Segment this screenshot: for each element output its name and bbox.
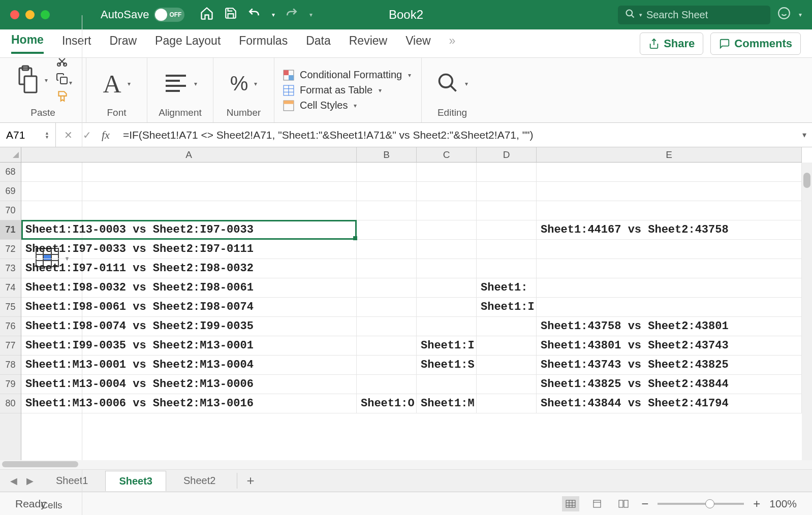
cell-D80[interactable] [477,394,537,413]
row-header-78[interactable]: 78 [0,356,21,375]
cell-B74[interactable] [357,278,417,297]
cell-B71[interactable] [357,220,417,239]
zoom-in-button[interactable]: + [753,497,760,511]
cell-A73[interactable]: Sheet1:I97-0111 vs Sheet2:I98-0032 [21,259,357,278]
cell-D71[interactable] [477,220,537,239]
cell-A72[interactable]: Sheet1:I97-0033 vs Sheet2:I97-0111 [21,240,357,259]
redo-dropdown-icon[interactable]: ▾ [309,11,313,18]
cell-C77[interactable]: Sheet1:I [417,336,477,355]
close-window-button[interactable] [10,10,19,19]
cell-B78[interactable] [357,356,417,374]
row-header-80[interactable]: 80 [0,394,21,413]
cell-A68[interactable] [21,163,357,181]
row-header-79[interactable]: 79 [0,375,21,394]
tab-data[interactable]: Data [306,34,331,53]
percent-icon[interactable]: % [230,72,248,95]
cell-D72[interactable] [477,240,537,259]
cell-C78[interactable]: Sheet1:S [417,356,477,374]
number-dropdown-icon[interactable]: ▾ [254,80,257,87]
cell-A78[interactable]: Sheet1:M13-0001 vs Sheet2:M13-0004 [21,356,357,374]
normal-view-button[interactable] [562,496,579,511]
cell-E71[interactable]: Sheet1:44167 vs Sheet2:43758 [537,220,802,239]
sheet-tab-sheet3[interactable]: Sheet3 [105,471,166,491]
cell-A76[interactable]: Sheet1:I98-0074 vs Sheet2:I99-0035 [21,317,357,336]
cell-B77[interactable] [357,336,417,355]
cell-C80[interactable]: Sheet1:M [417,394,477,413]
save-icon[interactable] [224,7,237,23]
accept-formula-icon[interactable]: ✓ [83,129,91,141]
cell-D75[interactable]: Sheet1:I [477,298,537,316]
font-icon[interactable]: A [103,69,121,99]
cell-E76[interactable]: Sheet1:43758 vs Sheet2:43801 [537,317,802,336]
cell-B70[interactable] [357,201,417,220]
cell-D79[interactable] [477,375,537,394]
cell-E69[interactable] [537,182,802,201]
col-header-D[interactable]: D [477,147,537,162]
zoom-level[interactable]: 100% [769,498,797,510]
row-header-76[interactable]: 76 [0,317,21,336]
sheet-tab-sheet2[interactable]: Sheet2 [170,471,229,491]
cell-B80[interactable]: Sheet1:O [357,394,417,413]
cell-A70[interactable] [21,201,357,220]
row-header-71[interactable]: 71 [0,220,21,240]
alignment-dropdown-icon[interactable]: ▾ [194,80,197,87]
cell-B68[interactable] [357,163,417,181]
cell-D78[interactable] [477,356,537,374]
row-header-70[interactable]: 70 [0,201,21,220]
cell-styles-button[interactable]: Cell Styles ▾ [283,100,413,112]
cell-B69[interactable] [357,182,417,201]
tab-prev-icon[interactable]: ◀ [10,475,17,487]
find-icon[interactable] [436,72,459,96]
row-header-74[interactable]: 74 [0,278,21,298]
redo-icon[interactable] [285,7,298,23]
cell-C73[interactable] [417,259,477,278]
cell-D73[interactable] [477,259,537,278]
feedback-dropdown-icon[interactable]: ▾ [799,11,802,18]
search-box[interactable]: ▾ Search Sheet [618,6,770,24]
cell-E70[interactable] [537,201,802,220]
cell-E72[interactable] [537,240,802,259]
share-button[interactable]: Share [640,33,703,55]
cell-D68[interactable] [477,163,537,181]
cell-A69[interactable] [21,182,357,201]
cell-C75[interactable] [417,298,477,316]
row-header-69[interactable]: 69 [0,182,21,201]
font-dropdown-icon[interactable]: ▾ [128,80,131,87]
cell-C72[interactable] [417,240,477,259]
home-icon[interactable] [200,6,214,23]
tab-page-layout[interactable]: Page Layout [155,34,221,53]
col-header-A[interactable]: A [21,147,357,162]
cell-E68[interactable] [537,163,802,181]
cell-C71[interactable] [417,220,477,239]
horizontal-scrollbar[interactable] [0,460,812,469]
cell-D76[interactable] [477,317,537,336]
cell-A75[interactable]: Sheet1:I98-0061 vs Sheet2:I98-0074 [21,298,357,316]
zoom-out-button[interactable]: − [641,497,648,511]
cell-E73[interactable] [537,259,802,278]
select-all-corner[interactable] [0,147,21,163]
row-header-68[interactable]: 68 [0,163,21,182]
alignment-icon[interactable] [164,73,188,95]
row-header-72[interactable]: 72 [0,240,21,259]
row-header-75[interactable]: 75 [0,298,21,317]
cell-B79[interactable] [357,375,417,394]
cell-E74[interactable] [537,278,802,297]
cell-E75[interactable] [537,298,802,316]
page-layout-view-button[interactable] [588,496,606,511]
format-as-table-button[interactable]: Format as Table ▾ [283,84,413,96]
cell-D69[interactable] [477,182,537,201]
autosave-toggle[interactable]: OFF [154,8,184,22]
expand-formula-bar-icon[interactable]: ▾ [797,130,812,140]
cell-D77[interactable] [477,336,537,355]
fx-icon[interactable]: fx [102,128,110,142]
row-header-73[interactable]: 73 [0,259,21,278]
cell-A71[interactable]: Sheet1:I13-0003 vs Sheet2:I97-0033 [21,220,357,239]
cell-B72[interactable] [357,240,417,259]
tab-draw[interactable]: Draw [109,34,137,53]
conditional-formatting-button[interactable]: Conditional Formatting ▾ [283,69,413,81]
formula-input[interactable]: =IF(Sheet1!A71 <> Sheet2!A71, "Sheet1:"&… [118,129,797,141]
vertical-scrollbar[interactable] [802,163,812,460]
cell-A79[interactable]: Sheet1:M13-0004 vs Sheet2:M13-0006 [21,375,357,394]
tab-formulas[interactable]: Formulas [239,34,288,53]
cell-E78[interactable]: Sheet1:43743 vs Sheet2:43825 [537,356,802,374]
